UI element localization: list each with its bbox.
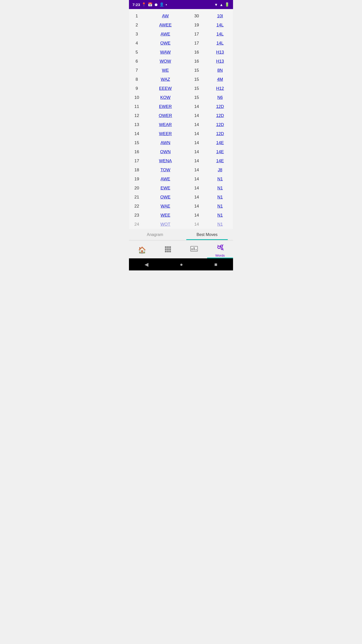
position-cell[interactable]: N1 (207, 211, 233, 220)
position-cell[interactable]: H13 (207, 57, 233, 66)
position-cell[interactable]: 12D (207, 102, 233, 111)
rank-cell: 9 (129, 84, 145, 93)
score-cell: 16 (186, 57, 207, 66)
position-cell[interactable]: N1 (207, 175, 233, 184)
table-row: 17WENA1414E (129, 156, 233, 166)
rank-cell: 15 (129, 138, 145, 147)
position-cell[interactable]: J8 (207, 166, 233, 175)
score-cell: 16 (186, 48, 207, 57)
position-cell[interactable]: 14L (207, 30, 233, 39)
word-cell[interactable]: AWN (145, 138, 186, 147)
position-cell[interactable]: N1 (207, 193, 233, 202)
svg-rect-12 (196, 249, 197, 250)
table-row: 18TOW14J8 (129, 166, 233, 175)
score-cell: 14 (186, 138, 207, 147)
recent-button[interactable]: ■ (214, 262, 217, 267)
table-row: 21OWE14N1 (129, 193, 233, 202)
rank-cell: 23 (129, 211, 145, 220)
word-cell[interactable]: WEER (145, 129, 186, 138)
table-row: 14WEER1412D (129, 129, 233, 138)
word-cell[interactable]: AWEE (145, 21, 186, 30)
word-cell[interactable]: WAW (145, 48, 186, 57)
word-cell[interactable]: OWN (145, 147, 186, 156)
score-cell: 14 (186, 184, 207, 193)
position-cell[interactable]: N6 (207, 93, 233, 102)
position-cell[interactable]: 14E (207, 138, 233, 147)
word-cell[interactable]: TOW (145, 166, 186, 175)
table-row: 11EWER1412D (129, 102, 233, 111)
position-cell[interactable]: H13 (207, 48, 233, 57)
position-cell[interactable]: 10I (207, 12, 233, 21)
location-icon: 📍 (142, 2, 146, 7)
word-cell[interactable]: EWE (145, 184, 186, 193)
identity-icon: 👤 (159, 2, 164, 7)
word-cell[interactable]: WAE (145, 202, 186, 211)
word-cell[interactable]: EWER (145, 102, 186, 111)
word-cell[interactable]: AWE (145, 30, 186, 39)
word-cell[interactable]: AW (145, 12, 186, 21)
word-cell[interactable]: KOW (145, 93, 186, 102)
status-bar: 7:23 📍 📅 ⏺ 👤 • ▼ ▲ 🔋 (129, 0, 233, 9)
table-row: 20EWE14N1 (129, 184, 233, 193)
word-cell[interactable]: WOW (145, 57, 186, 66)
table-row: 16OWN1414E (129, 147, 233, 156)
back-button[interactable]: ◀ (145, 261, 148, 267)
score-cell: 15 (186, 66, 207, 75)
position-cell[interactable]: 4M (207, 75, 233, 84)
position-cell[interactable]: 12D (207, 120, 233, 129)
word-cell[interactable]: WENA (145, 156, 186, 166)
position-cell[interactable]: N1 (207, 184, 233, 193)
tab-row: 🏠 (129, 240, 233, 258)
tab-best-moves[interactable]: Best Moves (181, 229, 233, 240)
rank-cell: 13 (129, 120, 145, 129)
position-cell[interactable]: 12D (207, 129, 233, 138)
table-row: 7WE158N (129, 66, 233, 75)
position-cell[interactable]: 14L (207, 39, 233, 48)
tab-home[interactable]: 🏠 (129, 243, 155, 256)
table-row: 6WOW16H13 (129, 57, 233, 66)
word-cell[interactable]: OWE (145, 193, 186, 202)
tab-grid[interactable] (155, 243, 181, 256)
word-cell[interactable]: AWE (145, 175, 186, 184)
score-cell: 17 (186, 30, 207, 39)
score-cell: 19 (186, 21, 207, 30)
signal-icon: ▲ (219, 3, 223, 7)
tab-score[interactable] (181, 243, 207, 256)
position-cell[interactable]: N1 (207, 202, 233, 211)
word-cell[interactable]: WEE (145, 211, 186, 220)
table-row: 9EEEW15H12 (129, 84, 233, 93)
rank-cell: 1 (129, 12, 145, 21)
rank-cell: 12 (129, 111, 145, 120)
score-cell: 14 (186, 102, 207, 111)
rank-cell: 17 (129, 156, 145, 166)
home-icon: 🏠 (130, 246, 154, 254)
position-cell[interactable]: H12 (207, 84, 233, 93)
position-cell[interactable]: 14E (207, 147, 233, 156)
word-cell[interactable]: WE (145, 66, 186, 75)
word-cell[interactable]: OWE (145, 39, 186, 48)
status-left: 7:23 📍 📅 ⏺ 👤 • (132, 2, 167, 7)
rank-cell: 19 (129, 175, 145, 184)
score-icon (182, 246, 206, 254)
word-cell[interactable]: WAZ (145, 75, 186, 84)
tab-anagram[interactable]: Anagram (129, 229, 181, 240)
tab-words[interactable]: Words (207, 240, 233, 258)
position-cell[interactable]: N1 (207, 220, 233, 229)
word-cell[interactable]: WEAR (145, 120, 186, 129)
score-cell: 15 (186, 84, 207, 93)
position-cell[interactable]: 14L (207, 21, 233, 30)
rank-cell: 6 (129, 57, 145, 66)
word-cell[interactable]: EEEW (145, 84, 186, 93)
home-button[interactable]: ● (180, 262, 183, 267)
rank-cell: 21 (129, 193, 145, 202)
position-cell[interactable]: 8N (207, 66, 233, 75)
position-cell[interactable]: 14E (207, 156, 233, 166)
word-cell[interactable]: OWER (145, 111, 186, 120)
rank-cell: 11 (129, 102, 145, 111)
position-cell[interactable]: 12D (207, 111, 233, 120)
table-row: 22WAE14N1 (129, 202, 233, 211)
rank-cell: 10 (129, 93, 145, 102)
svg-rect-0 (165, 246, 167, 248)
word-cell[interactable]: WOT (145, 220, 186, 229)
rank-cell: 2 (129, 21, 145, 30)
